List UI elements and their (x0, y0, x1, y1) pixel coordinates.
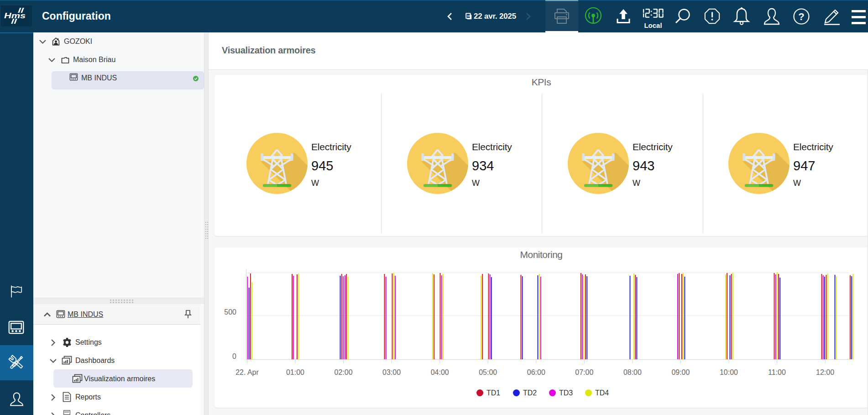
svg-text:11:00: 11:00 (768, 368, 786, 376)
svg-text:08:00: 08:00 (623, 368, 642, 376)
svg-text:03:00: 03:00 (382, 368, 401, 376)
svg-text:12:00: 12:00 (816, 368, 834, 376)
svg-text:16: 16 (467, 15, 470, 17)
svg-text:Hms: Hms (4, 11, 26, 20)
svg-text:22. Apr: 22. Apr (235, 368, 259, 376)
svg-text:500: 500 (224, 308, 236, 316)
svg-text:09:00: 09:00 (671, 368, 690, 376)
svg-text:06:00: 06:00 (527, 368, 545, 376)
svg-text:10:00: 10:00 (720, 368, 738, 376)
svg-text:07:00: 07:00 (575, 368, 593, 376)
svg-text:04:00: 04:00 (431, 368, 449, 376)
svg-text:02:00: 02:00 (335, 368, 353, 376)
svg-text:0: 0 (232, 352, 236, 360)
svg-text:?: ? (798, 11, 804, 22)
svg-text:05:00: 05:00 (479, 368, 497, 376)
svg-text:01:00: 01:00 (286, 368, 304, 376)
